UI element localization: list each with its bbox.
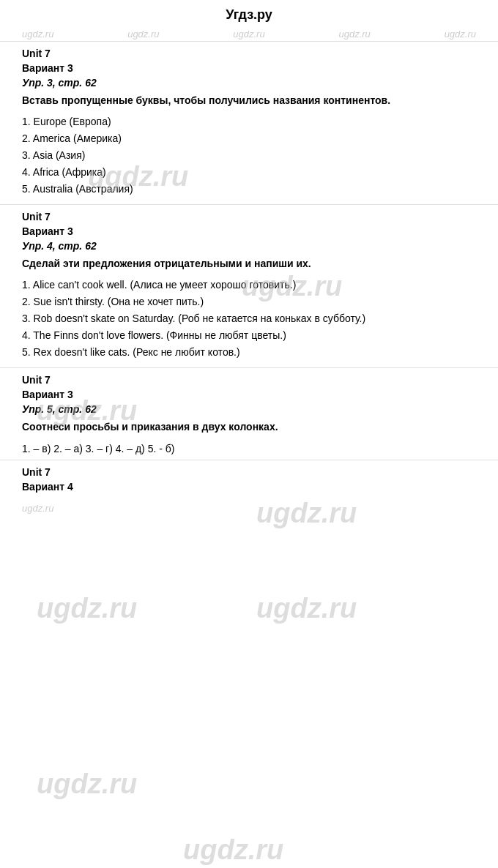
unit-label-2: Unit 7	[22, 211, 476, 222]
section-4: Unit 7 Вариант 4 ugdz.ru	[0, 460, 498, 517]
variant-label-3: Вариант 3	[22, 389, 476, 400]
exercise-label-1: Упр. 3, стр. 62	[22, 77, 476, 89]
unit-label-1: Unit 7	[22, 48, 476, 59]
watermark-bottom-row: ugdz.ru	[22, 495, 476, 514]
variant-label-1: Вариант 3	[22, 62, 476, 74]
task-instruction-2: Сделай эти предложения отрицательными и …	[22, 256, 476, 272]
answer-item-2-5: 5. Rex doesn't like cats. (Рекс не любит…	[22, 345, 476, 360]
watermark-3: ugdz.ru	[233, 29, 264, 40]
watermark-large-7: ugdz.ru	[37, 768, 137, 800]
answer-item-1-5: 5. Australia (Австралия)	[22, 182, 476, 197]
variant-label-2: Вариант 3	[22, 225, 476, 237]
section-1: Unit 7 Вариант 3 Упр. 3, стр. 62 Вставь …	[0, 41, 498, 204]
watermark-4: ugdz.ru	[338, 29, 370, 40]
watermark-top-row: ugdz.ru ugdz.ru ugdz.ru ugdz.ru ugdz.ru	[0, 27, 498, 41]
answer-item-2-2: 2. Sue isn't thirsty. (Она не хочет пить…	[22, 294, 476, 310]
task-instruction-3: Соотнеси просьбы и приказания в двух кол…	[22, 419, 476, 435]
answer-item-2-1: 1. Alice can't cook well. (Алиса не умее…	[22, 277, 476, 293]
section-3: Unit 7 Вариант 3 Упр. 5, стр. 62 Соотнес…	[0, 367, 498, 460]
exercise-label-2: Упр. 4, стр. 62	[22, 240, 476, 252]
watermark-b-1: ugdz.ru	[22, 503, 53, 514]
answer-item-1-1: 1. Europe (Европа)	[22, 114, 476, 130]
site-title: Угдз.ру	[0, 0, 498, 27]
unit-label-3: Unit 7	[22, 374, 476, 386]
answer-list-2: 1. Alice can't cook well. (Алиса не умее…	[22, 277, 476, 360]
answer-item-2-3: 3. Rob doesn't skate on Saturday. (Роб н…	[22, 311, 476, 326]
exercise-label-3: Упр. 5, стр. 62	[22, 403, 476, 415]
answer-item-1-3: 3. Asia (Азия)	[22, 148, 476, 163]
watermark-large-5: ugdz.ru	[37, 593, 137, 624]
answer-item-2-4: 4. The Finns don't love flowers. (Финны …	[22, 328, 476, 343]
watermark-large-8: ugdz.ru	[183, 834, 283, 866]
answer-inline-3: 1. – в) 2. – а) 3. – г) 4. – д) 5. - б)	[22, 441, 476, 457]
answer-item-1-2: 2. America (Америка)	[22, 131, 476, 146]
watermark-large-6: ugdz.ru	[256, 593, 357, 624]
answer-list-1: 1. Europe (Европа) 2. America (Америка) …	[22, 114, 476, 197]
answer-item-1-4: 4. Africa (Африка)	[22, 165, 476, 180]
watermark-5: ugdz.ru	[445, 29, 476, 40]
watermark-2: ugdz.ru	[127, 29, 159, 40]
section-2: Unit 7 Вариант 3 Упр. 4, стр. 62 Сделай …	[0, 204, 498, 367]
watermark-1: ugdz.ru	[22, 29, 53, 40]
task-instruction-1: Вставь пропущенные буквы, чтобы получили…	[22, 93, 476, 108]
unit-label-4: Unit 7	[22, 466, 476, 478]
variant-label-4: Вариант 4	[22, 481, 476, 493]
